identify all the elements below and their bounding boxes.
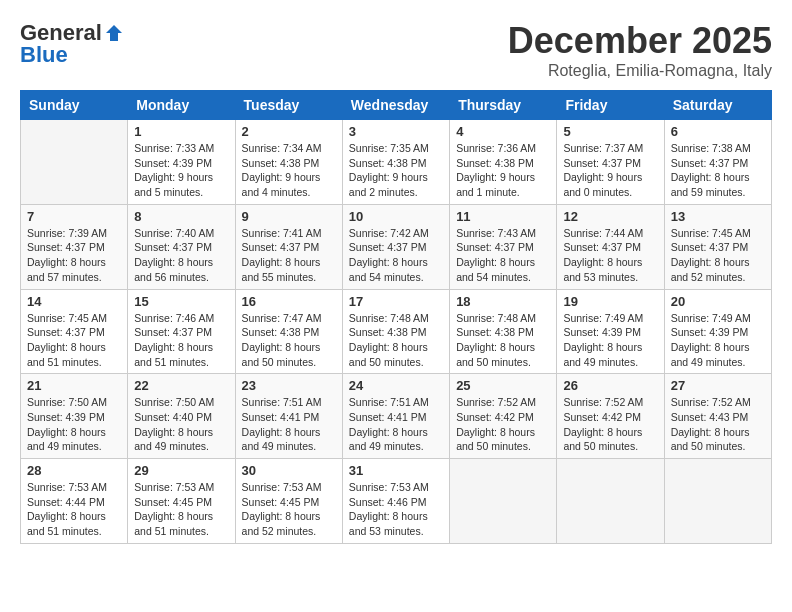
calendar-cell [21,120,128,205]
day-number: 10 [349,209,443,224]
calendar-cell: 26Sunrise: 7:52 AMSunset: 4:42 PMDayligh… [557,374,664,459]
day-number: 7 [27,209,121,224]
calendar-cell: 29Sunrise: 7:53 AMSunset: 4:45 PMDayligh… [128,459,235,544]
calendar-cell: 18Sunrise: 7:48 AMSunset: 4:38 PMDayligh… [450,289,557,374]
day-info: Sunrise: 7:52 AMSunset: 4:42 PMDaylight:… [456,395,550,454]
logo-icon [104,23,124,43]
logo-blue-text: Blue [20,42,68,68]
weekday-header-monday: Monday [128,91,235,120]
calendar-cell: 10Sunrise: 7:42 AMSunset: 4:37 PMDayligh… [342,204,449,289]
calendar-cell: 7Sunrise: 7:39 AMSunset: 4:37 PMDaylight… [21,204,128,289]
calendar-cell: 20Sunrise: 7:49 AMSunset: 4:39 PMDayligh… [664,289,771,374]
weekday-header-sunday: Sunday [21,91,128,120]
day-number: 22 [134,378,228,393]
calendar-week-row: 28Sunrise: 7:53 AMSunset: 4:44 PMDayligh… [21,459,772,544]
day-number: 31 [349,463,443,478]
weekday-header-wednesday: Wednesday [342,91,449,120]
calendar-week-row: 14Sunrise: 7:45 AMSunset: 4:37 PMDayligh… [21,289,772,374]
calendar-cell [450,459,557,544]
day-info: Sunrise: 7:53 AMSunset: 4:44 PMDaylight:… [27,480,121,539]
calendar-cell: 13Sunrise: 7:45 AMSunset: 4:37 PMDayligh… [664,204,771,289]
day-number: 2 [242,124,336,139]
calendar-cell: 30Sunrise: 7:53 AMSunset: 4:45 PMDayligh… [235,459,342,544]
calendar-week-row: 21Sunrise: 7:50 AMSunset: 4:39 PMDayligh… [21,374,772,459]
calendar-table: SundayMondayTuesdayWednesdayThursdayFrid… [20,90,772,544]
day-info: Sunrise: 7:51 AMSunset: 4:41 PMDaylight:… [242,395,336,454]
day-number: 24 [349,378,443,393]
day-number: 27 [671,378,765,393]
weekday-header-thursday: Thursday [450,91,557,120]
calendar-cell: 31Sunrise: 7:53 AMSunset: 4:46 PMDayligh… [342,459,449,544]
day-number: 11 [456,209,550,224]
weekday-header-tuesday: Tuesday [235,91,342,120]
calendar-week-row: 7Sunrise: 7:39 AMSunset: 4:37 PMDaylight… [21,204,772,289]
day-info: Sunrise: 7:39 AMSunset: 4:37 PMDaylight:… [27,226,121,285]
day-number: 17 [349,294,443,309]
calendar-cell: 4Sunrise: 7:36 AMSunset: 4:38 PMDaylight… [450,120,557,205]
calendar-cell: 8Sunrise: 7:40 AMSunset: 4:37 PMDaylight… [128,204,235,289]
day-info: Sunrise: 7:45 AMSunset: 4:37 PMDaylight:… [671,226,765,285]
page-header: General Blue December 2025 Roteglia, Emi… [20,20,772,80]
day-info: Sunrise: 7:38 AMSunset: 4:37 PMDaylight:… [671,141,765,200]
day-info: Sunrise: 7:48 AMSunset: 4:38 PMDaylight:… [456,311,550,370]
day-number: 30 [242,463,336,478]
day-info: Sunrise: 7:36 AMSunset: 4:38 PMDaylight:… [456,141,550,200]
calendar-cell: 15Sunrise: 7:46 AMSunset: 4:37 PMDayligh… [128,289,235,374]
day-number: 1 [134,124,228,139]
day-info: Sunrise: 7:51 AMSunset: 4:41 PMDaylight:… [349,395,443,454]
day-number: 18 [456,294,550,309]
calendar-cell: 2Sunrise: 7:34 AMSunset: 4:38 PMDaylight… [235,120,342,205]
day-number: 8 [134,209,228,224]
day-number: 14 [27,294,121,309]
calendar-cell: 14Sunrise: 7:45 AMSunset: 4:37 PMDayligh… [21,289,128,374]
calendar-cell: 17Sunrise: 7:48 AMSunset: 4:38 PMDayligh… [342,289,449,374]
day-number: 12 [563,209,657,224]
day-info: Sunrise: 7:44 AMSunset: 4:37 PMDaylight:… [563,226,657,285]
day-number: 29 [134,463,228,478]
title-section: December 2025 Roteglia, Emilia-Romagna, … [508,20,772,80]
weekday-header-row: SundayMondayTuesdayWednesdayThursdayFrid… [21,91,772,120]
calendar-cell: 23Sunrise: 7:51 AMSunset: 4:41 PMDayligh… [235,374,342,459]
day-info: Sunrise: 7:53 AMSunset: 4:45 PMDaylight:… [242,480,336,539]
day-info: Sunrise: 7:35 AMSunset: 4:38 PMDaylight:… [349,141,443,200]
day-number: 26 [563,378,657,393]
svg-marker-0 [106,25,122,41]
calendar-cell: 9Sunrise: 7:41 AMSunset: 4:37 PMDaylight… [235,204,342,289]
day-info: Sunrise: 7:43 AMSunset: 4:37 PMDaylight:… [456,226,550,285]
day-info: Sunrise: 7:52 AMSunset: 4:43 PMDaylight:… [671,395,765,454]
calendar-week-row: 1Sunrise: 7:33 AMSunset: 4:39 PMDaylight… [21,120,772,205]
day-info: Sunrise: 7:40 AMSunset: 4:37 PMDaylight:… [134,226,228,285]
day-number: 25 [456,378,550,393]
day-info: Sunrise: 7:46 AMSunset: 4:37 PMDaylight:… [134,311,228,370]
day-info: Sunrise: 7:52 AMSunset: 4:42 PMDaylight:… [563,395,657,454]
day-number: 15 [134,294,228,309]
calendar-cell: 1Sunrise: 7:33 AMSunset: 4:39 PMDaylight… [128,120,235,205]
calendar-cell: 25Sunrise: 7:52 AMSunset: 4:42 PMDayligh… [450,374,557,459]
day-number: 3 [349,124,443,139]
calendar-cell: 27Sunrise: 7:52 AMSunset: 4:43 PMDayligh… [664,374,771,459]
weekday-header-friday: Friday [557,91,664,120]
day-info: Sunrise: 7:33 AMSunset: 4:39 PMDaylight:… [134,141,228,200]
location-subtitle: Roteglia, Emilia-Romagna, Italy [508,62,772,80]
calendar-cell: 28Sunrise: 7:53 AMSunset: 4:44 PMDayligh… [21,459,128,544]
month-title: December 2025 [508,20,772,62]
day-number: 6 [671,124,765,139]
calendar-cell: 24Sunrise: 7:51 AMSunset: 4:41 PMDayligh… [342,374,449,459]
calendar-cell [664,459,771,544]
day-number: 23 [242,378,336,393]
logo: General Blue [20,20,124,68]
calendar-cell: 19Sunrise: 7:49 AMSunset: 4:39 PMDayligh… [557,289,664,374]
calendar-cell [557,459,664,544]
day-info: Sunrise: 7:53 AMSunset: 4:45 PMDaylight:… [134,480,228,539]
day-number: 19 [563,294,657,309]
day-number: 5 [563,124,657,139]
day-info: Sunrise: 7:50 AMSunset: 4:39 PMDaylight:… [27,395,121,454]
calendar-cell: 5Sunrise: 7:37 AMSunset: 4:37 PMDaylight… [557,120,664,205]
day-number: 21 [27,378,121,393]
day-info: Sunrise: 7:49 AMSunset: 4:39 PMDaylight:… [671,311,765,370]
day-info: Sunrise: 7:48 AMSunset: 4:38 PMDaylight:… [349,311,443,370]
calendar-cell: 22Sunrise: 7:50 AMSunset: 4:40 PMDayligh… [128,374,235,459]
day-number: 20 [671,294,765,309]
day-info: Sunrise: 7:42 AMSunset: 4:37 PMDaylight:… [349,226,443,285]
day-info: Sunrise: 7:53 AMSunset: 4:46 PMDaylight:… [349,480,443,539]
